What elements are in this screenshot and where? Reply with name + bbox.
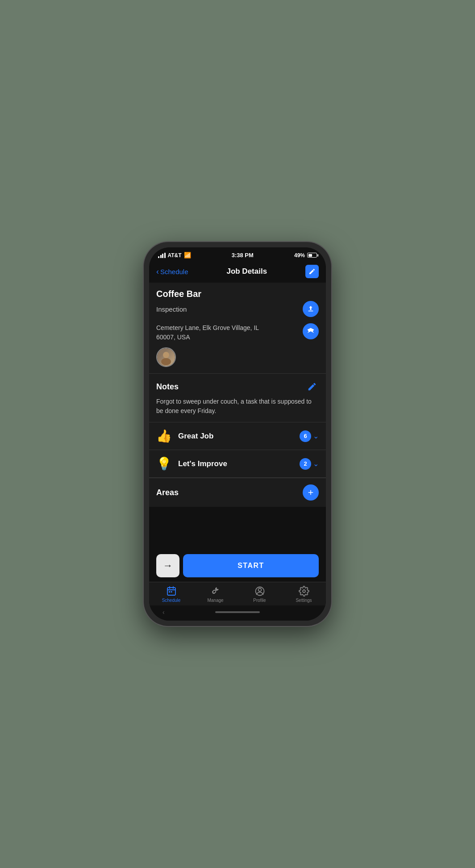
- address-text: Cemetery Lane, Elk Grove Village, IL 600…: [156, 323, 259, 342]
- svg-point-10: [303, 590, 305, 593]
- start-button[interactable]: START: [183, 554, 319, 577]
- settings-tab-label: Settings: [296, 598, 312, 603]
- great-job-row[interactable]: 👍 Great Job 6 ⌄: [149, 422, 326, 450]
- areas-label: Areas: [156, 488, 179, 497]
- signal-icon: [158, 253, 166, 258]
- tab-schedule[interactable]: Schedule: [149, 582, 193, 605]
- job-type: Inspection: [156, 305, 187, 313]
- notes-text: Forgot to sweep under couch, a task that…: [156, 397, 319, 416]
- home-indicator: ‹ ‹: [149, 605, 326, 621]
- gear-icon: [299, 586, 309, 597]
- share-button[interactable]: [303, 301, 319, 317]
- page-title: Job Details: [188, 267, 305, 276]
- carrier-label: AT&T: [168, 252, 182, 259]
- edit-button[interactable]: [305, 265, 319, 278]
- tab-settings[interactable]: Settings: [282, 582, 326, 605]
- content-spacer: [149, 507, 326, 549]
- person-icon: [158, 349, 174, 365]
- back-button[interactable]: ‹ Schedule: [156, 267, 188, 276]
- battery-icon: [307, 253, 317, 258]
- notes-section: Notes Forgot to sweep under couch, a tas…: [149, 374, 326, 422]
- start-label: START: [238, 562, 264, 570]
- share-icon: [307, 305, 315, 313]
- address-line1: Cemetery Lane, Elk Grove Village, IL: [156, 324, 259, 331]
- job-type-row: Inspection: [156, 301, 319, 317]
- battery-percent: 49%: [294, 252, 305, 259]
- notes-pencil-icon: [307, 382, 317, 392]
- wrench-icon: [210, 586, 221, 597]
- status-left: AT&T 📶: [158, 252, 191, 259]
- arrow-box[interactable]: →: [156, 554, 179, 577]
- pencil-icon: [308, 268, 316, 275]
- svg-point-0: [163, 352, 169, 358]
- svg-rect-6: [169, 591, 170, 593]
- status-bar: AT&T 📶 3:38 PM 49%: [149, 247, 326, 261]
- svg-point-1: [161, 358, 171, 365]
- great-job-badge-chevron: 6 ⌄: [300, 430, 319, 442]
- areas-section: Areas: [149, 478, 326, 507]
- thumbs-up-icon: 👍: [156, 429, 172, 443]
- clock: 3:38 PM: [232, 252, 254, 259]
- status-right: 49%: [294, 252, 317, 259]
- tab-bar: Schedule Manage: [149, 582, 326, 605]
- chevron-down-2-icon: ⌄: [313, 459, 319, 468]
- main-content: Coffee Bar Inspection Cemetery Lane, Elk…: [149, 283, 326, 621]
- phone-frame: AT&T 📶 3:38 PM 49% ‹ Schedule Job Detail…: [144, 242, 331, 626]
- avatar-row: [156, 347, 319, 367]
- lets-improve-badge-chevron: 2 ⌄: [300, 458, 319, 470]
- chevron-down-icon: ⌄: [313, 432, 319, 440]
- start-row: → START: [156, 554, 319, 577]
- tab-profile[interactable]: Profile: [238, 582, 282, 605]
- calendar-icon: [166, 586, 177, 597]
- address-line2: 60007, USA: [156, 334, 190, 341]
- job-section: Coffee Bar Inspection Cemetery Lane, Elk…: [149, 283, 326, 373]
- avatar-image: [157, 348, 175, 366]
- home-bar: [215, 611, 260, 613]
- chevron-left-icon: ‹: [156, 267, 159, 276]
- navigation-bar: ‹ Schedule Job Details: [149, 261, 326, 283]
- lightbulb-icon: 💡: [156, 456, 172, 471]
- person-circle-icon: [254, 586, 265, 597]
- avatar: [156, 347, 176, 367]
- arrow-right-icon: →: [163, 560, 173, 572]
- phone-screen: AT&T 📶 3:38 PM 49% ‹ Schedule Job Detail…: [149, 247, 326, 621]
- navigation-icon: [307, 327, 315, 335]
- lets-improve-label: Let's Improve: [178, 459, 300, 468]
- lets-improve-badge: 2: [300, 458, 311, 470]
- schedule-tab-icon: [166, 586, 177, 597]
- settings-tab-icon: [299, 586, 309, 597]
- schedule-tab-label: Schedule: [162, 598, 181, 603]
- plus-icon: [307, 488, 315, 497]
- address-row: Cemetery Lane, Elk Grove Village, IL 600…: [156, 323, 319, 342]
- great-job-label: Great Job: [178, 432, 300, 441]
- notes-header: Notes: [156, 380, 319, 393]
- back-chevron-icon: ‹: [162, 609, 165, 616]
- feedback-section: 👍 Great Job 6 ⌄ 💡 Let's Improve 2 ⌄: [149, 422, 326, 478]
- start-area: → START: [149, 549, 326, 582]
- svg-point-9: [258, 588, 261, 592]
- manage-tab-label: Manage: [207, 598, 223, 603]
- lets-improve-row[interactable]: 💡 Let's Improve 2 ⌄: [149, 450, 326, 478]
- profile-tab-label: Profile: [253, 598, 266, 603]
- location-button[interactable]: [303, 323, 319, 339]
- great-job-badge: 6: [300, 430, 311, 442]
- add-area-button[interactable]: [303, 484, 319, 501]
- notes-title: Notes: [156, 382, 179, 392]
- back-label: Schedule: [160, 268, 188, 275]
- tab-manage[interactable]: Manage: [193, 582, 238, 605]
- notes-edit-button[interactable]: [305, 380, 319, 393]
- manage-tab-icon: [210, 586, 221, 597]
- profile-tab-icon: [254, 586, 265, 597]
- svg-rect-7: [171, 591, 172, 593]
- wifi-icon: 📶: [184, 252, 191, 259]
- job-name: Coffee Bar: [156, 289, 319, 299]
